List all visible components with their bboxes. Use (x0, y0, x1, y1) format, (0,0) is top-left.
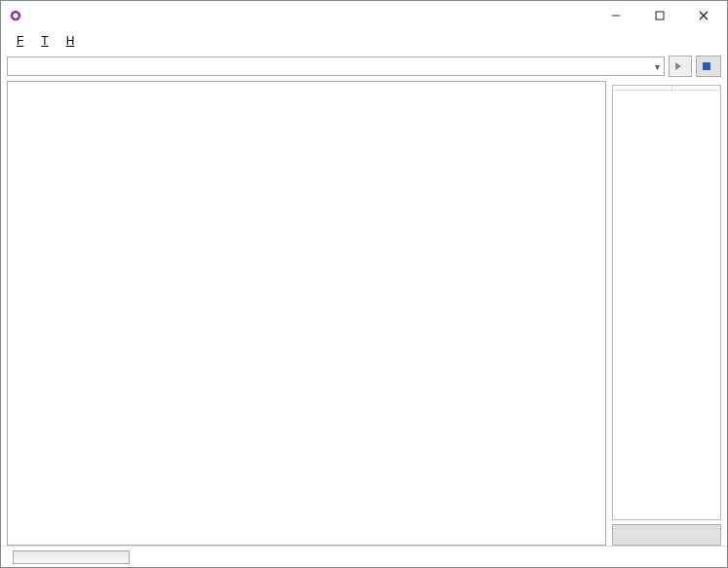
menu-file[interactable]: F (9, 32, 31, 50)
svg-rect-3 (656, 12, 664, 19)
start-button[interactable] (669, 56, 692, 77)
chevron-down-icon: ▾ (655, 61, 660, 72)
app-icon (9, 9, 22, 22)
case-col-md5[interactable] (672, 86, 721, 90)
stop-icon (703, 62, 710, 70)
status-bar (1, 546, 727, 567)
case-table[interactable] (613, 86, 720, 519)
minimize-button[interactable] (594, 2, 637, 29)
close-button[interactable] (681, 2, 725, 29)
buffer-usage-bar (13, 550, 130, 564)
menu-bar: F T H (1, 30, 727, 54)
stop-button[interactable] (696, 56, 721, 77)
title-bar (1, 1, 727, 30)
svg-point-1 (13, 13, 18, 18)
maximize-button[interactable] (637, 2, 681, 29)
toolbar: ▾ (1, 54, 727, 79)
menu-help[interactable]: H (58, 32, 83, 50)
images-grid[interactable] (7, 82, 606, 546)
adapter-select[interactable]: ▾ (7, 57, 665, 76)
case-panel (612, 85, 721, 520)
play-icon (675, 62, 681, 70)
menu-tools[interactable]: T (33, 32, 56, 50)
reload-case-files-button[interactable] (612, 524, 721, 546)
case-col-filename[interactable] (613, 86, 672, 90)
